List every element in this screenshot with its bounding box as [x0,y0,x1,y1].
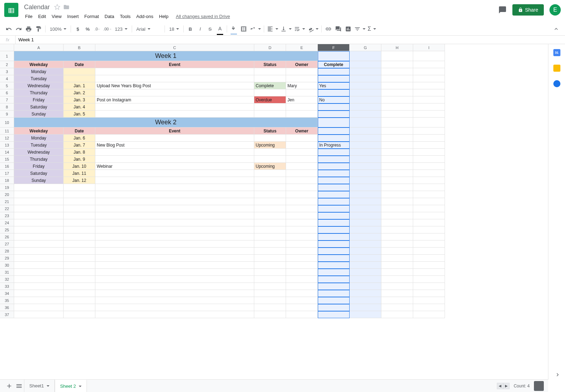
sheets-logo[interactable] [4,3,18,17]
cell[interactable] [64,262,95,269]
cell[interactable] [14,290,64,297]
cell[interactable] [381,248,413,255]
cell[interactable] [350,226,381,233]
cell[interactable] [413,68,445,75]
row-header-30[interactable]: 30 [0,262,14,269]
cell[interactable] [318,290,350,297]
cell[interactable] [254,290,286,297]
row-header-16[interactable]: 16 [0,163,14,170]
event-cell[interactable]: Post on Instagram [95,96,254,103]
column-header-G[interactable]: G [350,44,381,51]
cell[interactable] [64,240,95,248]
cell[interactable] [14,226,64,233]
cell[interactable] [381,96,413,103]
cell[interactable] [95,212,254,219]
paint-format-button[interactable] [34,24,43,34]
cell[interactable] [14,184,64,191]
cell[interactable] [413,297,445,304]
status-cell[interactable] [254,111,286,118]
cell[interactable] [64,184,95,191]
complete-cell[interactable] [318,177,350,184]
cell[interactable] [413,283,445,290]
rotate-button[interactable] [307,24,319,34]
weekday-cell[interactable]: Friday [14,163,64,170]
cell[interactable] [413,103,445,111]
cell[interactable] [413,118,445,127]
cell[interactable] [350,163,381,170]
cell[interactable] [64,205,95,212]
merge-button[interactable] [249,24,262,34]
cell[interactable] [254,205,286,212]
cell[interactable] [350,111,381,118]
cell[interactable] [381,142,413,149]
status-cell[interactable]: Upcoming [254,142,286,149]
cell[interactable] [95,269,254,276]
cell[interactable] [413,198,445,205]
status-cell[interactable] [254,149,286,156]
weekday-cell[interactable]: Tuesday [14,142,64,149]
cell[interactable] [381,240,413,248]
owner-cell[interactable] [286,89,318,96]
cell[interactable] [350,135,381,142]
cell[interactable] [381,311,413,318]
column-header-D[interactable]: D [254,44,286,51]
cell[interactable] [413,191,445,198]
cell[interactable] [14,311,64,318]
cell[interactable] [381,111,413,118]
complete-cell[interactable]: In Progress [318,142,350,149]
cell[interactable] [413,111,445,118]
date-cell[interactable]: Jan. 9 [64,156,95,163]
column-header-B[interactable]: B [64,44,95,51]
row-header-22[interactable]: 22 [0,205,14,212]
cell[interactable] [350,61,381,68]
column-header-C[interactable]: C [95,44,254,51]
row-header-35[interactable]: 35 [0,297,14,304]
cell[interactable] [413,255,445,262]
cell[interactable] [95,255,254,262]
cell[interactable] [318,219,350,226]
cell[interactable] [64,297,95,304]
cell[interactable] [286,304,318,311]
redo-button[interactable] [14,24,23,34]
date-cell[interactable]: Jan. 10 [64,163,95,170]
complete-cell[interactable] [318,75,350,82]
event-cell[interactable] [95,103,254,111]
row-header-7[interactable]: 7 [0,96,14,103]
cell[interactable] [286,184,318,191]
cell[interactable] [413,248,445,255]
column-title[interactable]: Event [95,61,254,68]
row-header-24[interactable]: 24 [0,219,14,226]
status-cell[interactable]: Upcoming [254,163,286,170]
cell[interactable] [350,198,381,205]
font-dropdown[interactable]: Arial [134,24,162,34]
cell[interactable] [286,205,318,212]
cell[interactable] [286,290,318,297]
cell[interactable] [413,290,445,297]
cell[interactable] [381,219,413,226]
column-title[interactable]: Event [95,127,254,135]
cell[interactable] [413,240,445,248]
link-button[interactable] [324,24,333,34]
cell[interactable] [14,212,64,219]
filter-button[interactable] [353,24,366,34]
column-header-F[interactable]: F [318,44,350,51]
cell[interactable] [254,255,286,262]
save-status[interactable]: All changes saved in Drive [176,14,230,19]
cell[interactable] [95,248,254,255]
cell[interactable] [413,163,445,170]
cell[interactable] [286,191,318,198]
weekday-cell[interactable]: Monday [14,135,64,142]
fill-color-button[interactable] [229,24,238,34]
cell[interactable] [64,276,95,283]
bold-button[interactable]: B [186,24,195,34]
row-header-37[interactable]: 37 [0,311,14,318]
cell[interactable] [254,262,286,269]
cell[interactable] [381,290,413,297]
cell[interactable] [381,135,413,142]
currency-button[interactable]: $ [73,24,82,34]
cell[interactable] [14,255,64,262]
cell[interactable] [318,118,350,127]
event-cell[interactable] [95,111,254,118]
column-title[interactable]: Owner [286,127,318,135]
cell[interactable] [350,212,381,219]
